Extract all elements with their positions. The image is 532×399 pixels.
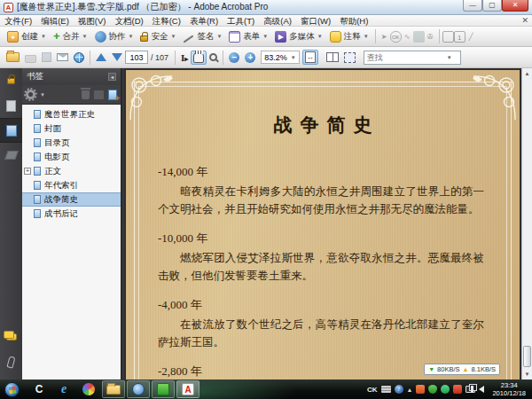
delete-bookmark-icon[interactable] [82,90,90,99]
highlight-bookmark-icon[interactable] [94,90,104,99]
bookmarks-panel-button[interactable] [0,118,22,143]
full-screen-button[interactable] [341,51,358,65]
scroll-down-icon[interactable]: ▼ [522,369,532,379]
security-panel-button[interactable] [0,68,22,93]
zoom-out-button[interactable]: − [226,51,242,65]
layers-panel-button[interactable] [0,143,22,168]
bookmark-item-selected[interactable]: 战争简史 [22,192,121,207]
minimize-button[interactable]: — [463,0,482,12]
bookmark-item[interactable]: 封面 [22,121,121,136]
clock-date: 2010/12/18 [492,389,526,397]
new-bookmark-icon[interactable] [108,90,117,100]
bookmarks-panel: 书签 ◂ ▼ 魔兽世界正史 封面 目录页 电影页 +正文 年代索引 战争简史 成… [22,68,122,379]
comment-button[interactable]: 注释▼ [326,29,372,44]
save-button[interactable] [39,51,54,64]
pen-icon [184,35,194,43]
email-button[interactable] [54,51,71,63]
ime-indicator[interactable]: CK [367,386,378,394]
attachments-panel-button[interactable] [0,349,22,374]
vertical-scrollbar[interactable]: ▲ ▼ [521,68,532,379]
menu-comments[interactable]: 注释(C) [148,15,185,27]
bookmark-item[interactable]: 成书后记 [22,207,121,221]
paperclip-icon [6,356,15,368]
collaborate-button[interactable]: 协作▼ [91,29,137,44]
fit-width-button[interactable]: ↔ [302,50,318,65]
taskbar-clock[interactable]: 23:34 2010/12/18 [488,381,528,397]
tray-expand-icon[interactable]: ▲ [407,387,413,393]
previous-page-button[interactable] [93,51,109,63]
bookmark-item[interactable]: 电影页 [22,150,121,164]
multimedia-button[interactable]: ▶ 多媒体▼ [271,29,325,44]
upload-speed: 8.1KB/S [471,365,496,373]
help-tray-icon[interactable]: ? [395,385,403,394]
taskbar-pinwheel-app[interactable] [77,380,100,398]
sign-button[interactable]: 签名▼ [179,29,225,44]
bookmark-page-icon [34,209,41,218]
taskbar-explorer-window[interactable] [102,380,125,398]
tray-shield-icon[interactable] [428,385,437,394]
zoom-in-button[interactable]: + [242,51,258,65]
hand-tool-button[interactable] [191,51,207,65]
page-number-input[interactable] [125,51,148,64]
title-bar: A [魔兽世界正史].暴雪.文字版.pdf （已加密） - Adobe Acro… [0,0,532,15]
ok-stamp-icon: OK [390,31,402,43]
download-arrow-icon: ▼ [428,366,434,372]
taskbar-green-app-window[interactable] [152,380,175,398]
find-input[interactable] [367,53,447,62]
select-tool-button[interactable]: I▸ [178,51,191,65]
menu-file[interactable]: 文件(F) [0,15,36,27]
page-total-label: / 107 [151,53,168,62]
taskbar-acrobat-window[interactable]: A [176,380,200,398]
open-button[interactable] [4,51,22,64]
bookmark-options-icon[interactable] [26,90,35,99]
menu-help[interactable]: 帮助(H) [335,15,372,27]
bookmark-item[interactable]: 魔兽世界正史 [22,107,121,121]
tray-app1-icon[interactable] [416,385,425,394]
upload-web-button[interactable] [71,51,87,65]
menu-tools[interactable]: 工具(T) [223,15,259,27]
bookmark-page-icon [34,167,41,176]
fit-screen-icon [344,52,356,63]
signature-squiggle-icon: ∿ [402,31,413,43]
bookmark-item[interactable]: 年代索引 [22,178,121,192]
scrollbar-thumb[interactable] [523,346,531,367]
taskbar-app-c[interactable]: C [27,380,51,398]
bookmark-item[interactable]: 目录页 [22,136,121,150]
keyboard-icon[interactable] [381,386,391,393]
print-button[interactable] [22,51,39,65]
panel-collapse-button[interactable]: ◂ [108,73,116,81]
document-close-icon[interactable]: ✕ [521,15,528,26]
create-button[interactable]: ✦ 创建▼ [4,29,50,44]
next-page-button[interactable] [109,51,125,63]
pages-panel-button[interactable] [0,93,22,118]
forms-button[interactable]: 表单▼ [225,29,271,44]
close-button[interactable]: ✕ [502,0,528,12]
scroll-up-icon[interactable]: ▲ [522,68,532,79]
two-page-view-button[interactable] [324,51,341,64]
attach-tool-icon: ✇ [425,31,436,43]
comments-panel-button[interactable] [0,325,22,349]
green-app-icon [157,383,169,395]
volume-icon[interactable] [479,386,484,393]
menu-view[interactable]: 视图(V) [74,15,111,27]
menu-edit[interactable]: 编辑(E) [36,15,74,27]
start-button[interactable] [4,382,20,397]
taskbar-internet-explorer[interactable]: e [52,380,75,398]
expand-icon[interactable]: + [24,168,31,175]
menu-advanced[interactable]: 高级(A) [259,15,296,27]
menu-forms[interactable]: 表单(R) [185,15,223,27]
bookmark-item[interactable]: +正文 [22,164,121,178]
menu-window[interactable]: 窗口(W) [296,15,335,27]
menu-document[interactable]: 文档(D) [110,15,147,27]
maximize-button[interactable]: ▢ [482,0,502,12]
marquee-zoom-button[interactable] [207,51,220,63]
zoom-level-select[interactable]: 83.2% ▼ [261,51,299,64]
taskbar-browser-window[interactable] [127,380,150,398]
tray-app3-icon[interactable] [453,385,462,394]
find-options-icon[interactable]: ▼ [447,55,452,60]
document-view[interactable]: 战争简史 -14,000 年 暗夜精灵在卡利姆多大陆的永恒之井周围建立了世界上的… [124,68,521,379]
combine-button[interactable]: + 合并▼ [50,29,91,44]
tray-app2-icon[interactable] [441,385,450,394]
secure-button[interactable]: 安全▼ [137,29,179,44]
pages-panel-tool-icon: 1 [454,31,466,43]
